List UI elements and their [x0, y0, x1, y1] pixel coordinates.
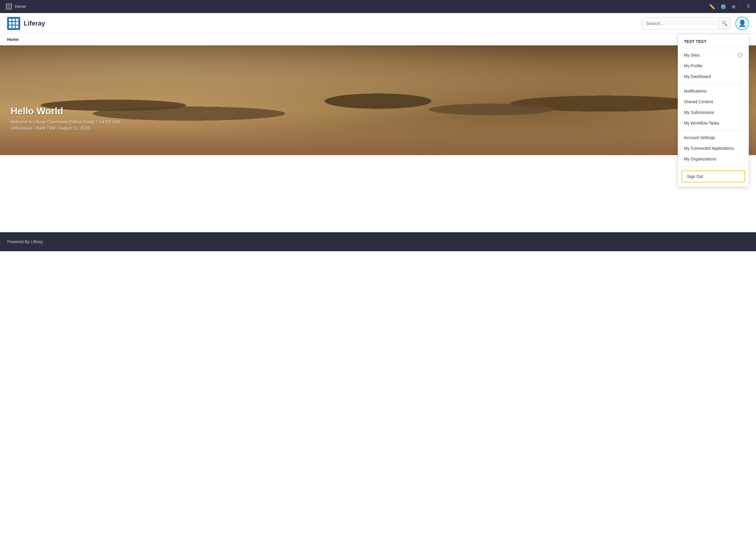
dropdown-item-account-settings[interactable]: Account Settings [678, 132, 749, 143]
logo-dot [9, 22, 12, 25]
dropdown-user-header: TEST TEST [678, 34, 749, 48]
hero-title: Hello World [11, 106, 121, 117]
compass-icon[interactable]: ⊕ [732, 4, 735, 10]
dropdown-section-1: My Sites ⊙ My Profile My Dashboard [678, 48, 749, 84]
dropdown-item-my-workflow-tasks[interactable]: My Workflow Tasks [678, 118, 749, 129]
logo-dot [16, 22, 19, 25]
logo-dot [9, 19, 12, 21]
dropdown-item-my-sites[interactable]: My Sites ⊙ [678, 50, 749, 61]
logo-dot [13, 19, 15, 21]
brand-name: Liferay [24, 20, 45, 27]
my-sites-icon: ⊙ [738, 53, 743, 58]
dropdown-item-my-dashboard[interactable]: My Dashboard [678, 71, 749, 82]
footer-label: Powered By Liferay [7, 239, 43, 244]
settings-icon[interactable]: ⚙️ [721, 4, 726, 10]
navbar-brand: Liferay [7, 17, 45, 30]
dropdown-section-signout: Sign Out [678, 166, 749, 187]
dropdown-item-my-profile[interactable]: My Profile [678, 61, 749, 71]
search-input[interactable] [642, 21, 718, 26]
user-dropdown-menu: TEST TEST My Sites ⊙ My Profile My Dashb… [678, 34, 749, 187]
sign-out-button[interactable]: Sign Out [681, 171, 745, 183]
main-content [0, 155, 756, 232]
dropdown-section-3: Account Settings My Connected Applicatio… [678, 131, 749, 166]
dropdown-item-shared-content[interactable]: Shared Content [678, 96, 749, 107]
admin-bar: Home ✏️ ⚙️ ⊕ ⠿ [0, 0, 756, 13]
breadcrumb-home[interactable]: Home [7, 37, 19, 42]
edit-icon[interactable]: ✏️ [709, 4, 715, 10]
dropdown-username: TEST TEST [684, 39, 706, 44]
search-button[interactable]: 🔍 [718, 18, 730, 29]
hero-subtitle: Welcome to Liferay Community Edition Por… [11, 119, 121, 125]
dropdown-item-my-organizations[interactable]: My Organizations [678, 154, 749, 164]
logo-dot [16, 19, 19, 21]
dropdown-item-my-connected-applications[interactable]: My Connected Applications [678, 143, 749, 154]
hero-section: Hello World Welcome to Liferay Community… [0, 45, 756, 155]
dropdown-item-notifications[interactable]: Notifications [678, 86, 749, 96]
breadcrumb-bar: Home [0, 34, 756, 45]
logo-dot [9, 26, 12, 28]
user-avatar-button[interactable]: 👤 [735, 17, 749, 30]
admin-bar-left: Home [6, 4, 26, 10]
person-icon: 👤 [738, 20, 746, 27]
sidebar-toggle-icon[interactable] [6, 4, 12, 10]
logo-dot [13, 22, 15, 25]
footer: Powered By Liferay [0, 232, 756, 251]
logo-dot [13, 26, 15, 28]
navbar-right: 🔍 👤 [641, 17, 749, 30]
search-box: 🔍 [641, 18, 731, 29]
divider [741, 4, 741, 10]
dropdown-section-2: Notifications Shared Content My Submissi… [678, 84, 749, 131]
logo-dot [16, 26, 19, 28]
admin-bar-right: ✏️ ⚙️ ⊕ ⠿ [709, 4, 750, 10]
hero-subtitle2: (Athanasius / Build 7304 / August 11, 20… [11, 125, 121, 132]
admin-bar-title: Home [15, 4, 26, 9]
brand-logo [7, 17, 20, 30]
apps-icon[interactable]: ⠿ [746, 4, 750, 10]
hero-text: Hello World Welcome to Liferay Community… [11, 106, 121, 132]
dropdown-item-my-submissions[interactable]: My Submissions [678, 107, 749, 118]
navbar: Liferay 🔍 👤 TEST TEST My Sites ⊙ My Prof… [0, 13, 756, 34]
